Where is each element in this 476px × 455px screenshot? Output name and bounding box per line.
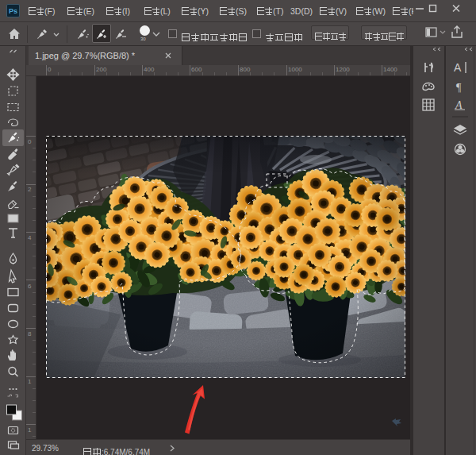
svg-text:A: A [454, 61, 462, 74]
svg-text:¶: ¶ [456, 82, 462, 94]
